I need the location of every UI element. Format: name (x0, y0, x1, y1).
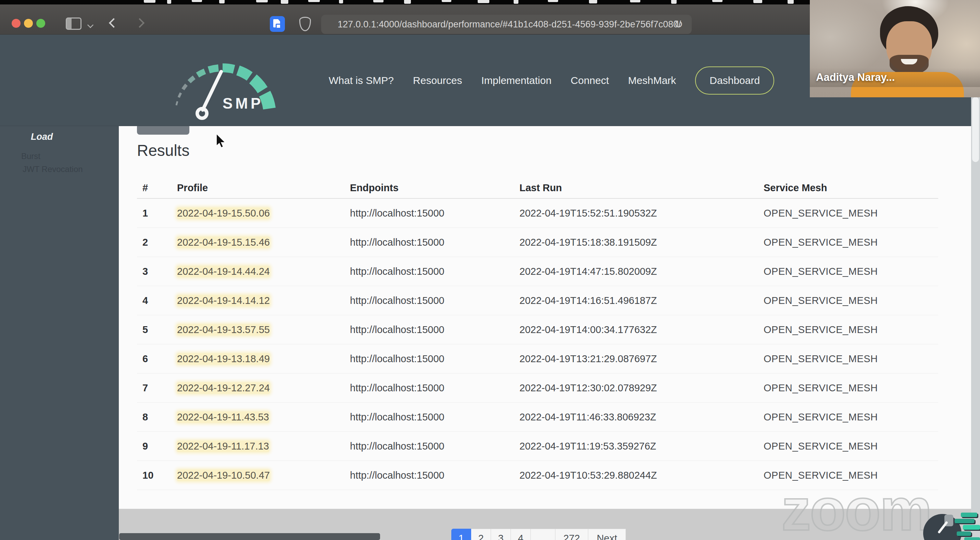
column-header-endpoints: Endpoints (350, 182, 519, 194)
back-button[interactable] (109, 18, 118, 28)
endpoints-cell: http://localhost:15000 (350, 324, 519, 335)
chevron-down-icon[interactable] (88, 22, 94, 28)
profile-highlight: 2022-04-19-11.17.13 (177, 441, 269, 452)
row-number: 9 (137, 441, 177, 452)
participant-name: Aaditya Naray... (816, 71, 895, 84)
reload-icon[interactable]: ↻ (674, 18, 683, 30)
endpoints-cell: http://localhost:15000 (350, 208, 519, 219)
endpoints-cell: http://localhost:15000 (350, 411, 519, 423)
sidebar-item-burst[interactable]: Burst (21, 151, 40, 161)
table-row[interactable]: 4 2022-04-19-14.14.12 http://localhost:1… (137, 286, 938, 315)
minimize-window-button[interactable] (24, 19, 33, 28)
profile-highlight: 2022-04-19-15.15.46 (177, 237, 270, 248)
sidebar-item-load[interactable]: Load (31, 132, 53, 142)
page-button-…[interactable]: … (531, 529, 555, 540)
forward-button[interactable] (135, 18, 145, 28)
servicemesh-cell: OPEN_SERVICE_MESH (764, 266, 938, 277)
privacy-shield-icon[interactable] (299, 17, 311, 31)
page-button-2[interactable]: 2 (471, 529, 491, 540)
row-number: 4 (137, 295, 177, 306)
lastrun-cell: 2022-04-19T12:30:02.078929Z (519, 382, 764, 394)
profile-cell: 2022-04-19-11.43.53 (177, 411, 350, 423)
main-navigation: What is SMP? Resources Implementation Co… (329, 35, 774, 126)
page-button-3[interactable]: 3 (491, 529, 511, 540)
profile-cell: 2022-04-19-10.50.47 (177, 470, 350, 481)
lastrun-cell: 2022-04-19T11:19:53.359276Z (519, 441, 764, 452)
vertical-scrollbar[interactable] (971, 35, 980, 540)
profile-cell: 2022-04-19-13.57.55 (177, 324, 350, 335)
column-header-servicemesh: Service Mesh (764, 182, 938, 194)
table-row[interactable]: 5 2022-04-19-13.57.55 http://localhost:1… (137, 315, 938, 344)
row-number: 1 (137, 208, 177, 219)
pagination: 1234…272Next (451, 529, 626, 540)
table-row[interactable]: 7 2022-04-19-12.27.24 http://localhost:1… (137, 373, 938, 403)
zoom-window-button[interactable] (36, 19, 45, 28)
profile-cell: 2022-04-19-15.15.46 (177, 237, 350, 248)
table-row[interactable]: 3 2022-04-19-14.44.24 http://localhost:1… (137, 257, 938, 286)
servicemesh-cell: OPEN_SERVICE_MESH (764, 411, 938, 423)
nav-resources[interactable]: Resources (413, 75, 462, 86)
lastrun-cell: 2022-04-19T14:16:51.496187Z (519, 295, 764, 306)
mouse-cursor (215, 133, 229, 149)
table-header-row: # Profile Endpoints Last Run Service Mes… (137, 177, 938, 199)
lastrun-cell: 2022-04-19T10:53:29.880244Z (519, 470, 764, 481)
servicemesh-cell: OPEN_SERVICE_MESH (764, 324, 938, 335)
row-number: 3 (137, 266, 177, 277)
nav-what-is-smp[interactable]: What is SMP? (329, 75, 394, 86)
profile-highlight: 2022-04-19-11.43.53 (177, 411, 269, 423)
nav-implementation[interactable]: Implementation (481, 75, 551, 86)
endpoints-cell: http://localhost:15000 (350, 237, 519, 248)
nav-dashboard-active[interactable]: Dashboard (695, 67, 774, 95)
table-body: 1 2022-04-19-15.50.06 http://localhost:1… (137, 199, 938, 490)
table-row[interactable]: 1 2022-04-19-15.50.06 http://localhost:1… (137, 199, 938, 228)
row-number: 8 (137, 411, 177, 423)
endpoints-cell: http://localhost:15000 (350, 441, 519, 452)
row-number: 5 (137, 324, 177, 335)
row-number: 7 (137, 382, 177, 394)
table-row[interactable]: 6 2022-04-19-13.18.49 http://localhost:1… (137, 344, 938, 373)
close-window-button[interactable] (12, 19, 21, 28)
servicemesh-cell: OPEN_SERVICE_MESH (764, 382, 938, 394)
layer-logo-icon (961, 513, 977, 517)
nav-connect[interactable]: Connect (571, 75, 609, 86)
profile-cell: 2022-04-19-14.14.12 (177, 295, 350, 306)
endpoints-cell: http://localhost:15000 (350, 295, 519, 306)
sidebar: Load Burst JWT Revocation (0, 126, 119, 540)
row-number: 2 (137, 237, 177, 248)
webcam-tile[interactable]: Aaditya Naray... (810, 0, 980, 97)
servicemesh-cell: OPEN_SERVICE_MESH (764, 353, 938, 365)
row-number: 6 (137, 353, 177, 365)
profile-highlight: 2022-04-19-12.27.24 (177, 382, 270, 394)
column-header-num: # (137, 182, 177, 194)
servicemesh-cell: OPEN_SERVICE_MESH (764, 208, 938, 219)
sidebar-item-jwt-revocation[interactable]: JWT Revocation (22, 164, 83, 174)
page-button-4[interactable]: 4 (511, 529, 531, 540)
page-title: Results (137, 141, 189, 160)
endpoints-cell: http://localhost:15000 (350, 382, 519, 394)
profile-highlight: 2022-04-19-14.14.12 (177, 295, 270, 306)
table-row[interactable]: 9 2022-04-19-11.17.13 http://localhost:1… (137, 432, 938, 461)
lastrun-cell: 2022-04-19T14:00:34.177632Z (519, 324, 764, 335)
servicemesh-cell: OPEN_SERVICE_MESH (764, 295, 938, 306)
extension-icon[interactable] (270, 16, 285, 32)
table-row[interactable]: 2 2022-04-19-15.15.46 http://localhost:1… (137, 228, 938, 257)
horizontal-scrollbar-thumb[interactable] (119, 533, 380, 540)
sidebar-toggle-icon[interactable] (66, 18, 81, 30)
address-bar[interactable]: 127.0.0.1:4000/dashboard/performance/#41… (321, 15, 692, 34)
page-button-272[interactable]: 272 (555, 529, 588, 540)
nav-meshmark[interactable]: MeshMark (628, 75, 676, 86)
smp-gauge-logo[interactable]: SMP (154, 52, 281, 127)
svg-text:SMP: SMP (223, 95, 263, 112)
vertical-scrollbar-thumb[interactable] (972, 97, 979, 162)
lastrun-cell: 2022-04-19T13:21:29.087697Z (519, 353, 764, 365)
profile-cell: 2022-04-19-14.44.24 (177, 266, 350, 277)
page-button-Next[interactable]: Next (588, 529, 626, 540)
column-header-lastrun: Last Run (519, 182, 764, 194)
profile-cell: 2022-04-19-11.17.13 (177, 441, 350, 452)
profile-highlight: 2022-04-19-14.44.24 (177, 266, 270, 277)
zoom-watermark: zoom (781, 476, 931, 540)
lastrun-cell: 2022-04-19T14:47:15.802009Z (519, 266, 764, 277)
profile-highlight: 2022-04-19-13.57.55 (177, 324, 270, 335)
page-button-1[interactable]: 1 (451, 529, 471, 540)
table-row[interactable]: 8 2022-04-19-11.43.53 http://localhost:1… (137, 403, 938, 432)
